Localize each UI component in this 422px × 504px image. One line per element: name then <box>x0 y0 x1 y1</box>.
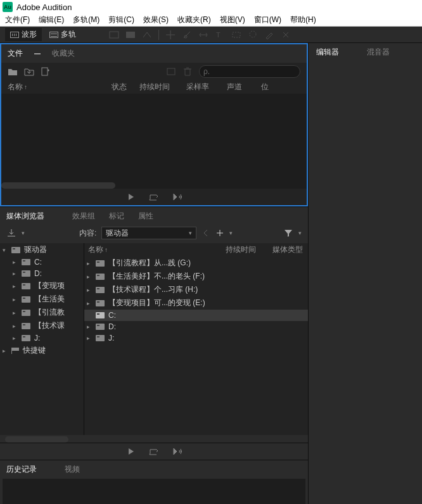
menu-effects[interactable]: 效果(S) <box>143 15 169 25</box>
open-folder-icon[interactable] <box>8 67 18 76</box>
tree-item[interactable]: ▸【技术课 <box>0 319 84 332</box>
list-item[interactable]: ▸【变现项目】可...的变现 (E:) <box>84 296 308 310</box>
tool-heal-icon[interactable] <box>281 30 291 40</box>
tree-item[interactable]: ▸快捷键 <box>0 344 84 357</box>
tree-item[interactable]: ▸【引流教 <box>0 306 84 319</box>
menu-file[interactable]: 文件(F) <box>5 15 30 25</box>
list-item[interactable]: ▸J: <box>84 332 308 344</box>
tab-files[interactable]: 文件 <box>8 48 23 59</box>
tool-lasso-icon[interactable] <box>248 30 258 40</box>
mb-list[interactable]: 名称 持续时间 媒体类型 ▸【引流教程】从...践 (G:)▸【生活美好】不..… <box>84 243 308 435</box>
mb-tree[interactable]: ▾驱动器▸C:▸D:▸【变现项▸【生活美▸【引流教▸【技术课▸J:▸快捷键 <box>0 243 84 435</box>
drive-icon <box>96 287 105 293</box>
list-item[interactable]: ▸【生活美好】不...的老头 (F:) <box>84 270 308 283</box>
autoplay-icon[interactable] <box>172 192 182 201</box>
tool-marquee-icon[interactable] <box>231 30 241 40</box>
tool-divider <box>158 30 159 40</box>
menu-view[interactable]: 视图(V) <box>220 15 245 25</box>
col-channel[interactable]: 声道 <box>227 82 259 92</box>
tool-brush-icon[interactable] <box>264 30 274 40</box>
loop-icon[interactable] <box>149 192 159 201</box>
insert-clip-icon[interactable] <box>166 67 176 76</box>
tab-effects-group[interactable]: 效果组 <box>72 211 95 222</box>
tab-history[interactable]: 历史记录 <box>6 464 37 475</box>
tab-media-browser[interactable]: 媒体浏览器 <box>6 211 44 222</box>
search-input[interactable]: ρ. <box>199 65 300 78</box>
menu-window[interactable]: 窗口(W) <box>254 15 281 25</box>
tab-favorites[interactable]: 收藏夹 <box>52 48 75 59</box>
tool-spectral-icon[interactable] <box>125 30 136 40</box>
tree-item[interactable]: ▾驱动器 <box>0 243 84 256</box>
flag-icon <box>11 348 19 354</box>
files-h-scrollbar[interactable] <box>1 182 115 189</box>
col-pos[interactable]: 位 <box>261 82 269 92</box>
svg-point-4 <box>250 31 256 37</box>
menu-multitrack[interactable]: 多轨(M) <box>73 15 99 25</box>
svg-rect-6 <box>167 68 175 75</box>
tree-item[interactable]: ▸【变现项 <box>0 279 84 293</box>
menu-edit[interactable]: 编辑(E) <box>39 15 64 25</box>
list-col-name[interactable]: 名称 <box>88 244 223 255</box>
list-item-label: D: <box>108 322 116 331</box>
tree-item[interactable]: ▸C: <box>0 256 84 268</box>
download-icon[interactable] <box>6 229 16 237</box>
files-column-headers: 名称 状态 持续时间 采样率 声道 位 <box>1 80 307 94</box>
app-icon: Au <box>3 2 13 12</box>
panel-menu-icon[interactable] <box>34 53 41 54</box>
menu-help[interactable]: 帮助(H) <box>290 15 316 25</box>
tab-markers[interactable]: 标记 <box>109 211 124 222</box>
back-icon[interactable] <box>201 229 210 237</box>
mode-strip: 波形 多轨 T <box>0 27 422 43</box>
history-panel: 历史记录 视频 <box>0 460 308 504</box>
drive-icon <box>22 310 30 316</box>
tree-item-label: D: <box>34 269 42 278</box>
mb-h-scrollbar[interactable] <box>5 436 68 443</box>
menu-favorites[interactable]: 收藏夹(R) <box>177 15 211 25</box>
col-name[interactable]: 名称 <box>8 82 109 92</box>
delete-icon[interactable] <box>182 67 193 76</box>
chevron-icon: ▸ <box>87 260 92 267</box>
tab-video[interactable]: 视频 <box>65 464 80 475</box>
tree-item[interactable]: ▸D: <box>0 268 84 279</box>
tool-pitch-icon[interactable] <box>142 30 152 40</box>
tab-mixer[interactable]: 混音器 <box>367 47 390 58</box>
tab-properties[interactable]: 属性 <box>138 211 153 222</box>
play-icon[interactable] <box>126 192 136 201</box>
loop-icon[interactable] <box>149 447 159 456</box>
mode-multitrack[interactable]: 多轨 <box>44 28 81 41</box>
add-icon[interactable] <box>215 229 224 237</box>
list-item[interactable]: ▸D: <box>84 321 308 332</box>
tree-item[interactable]: ▸【生活美 <box>0 293 84 306</box>
files-body[interactable] <box>1 94 307 189</box>
new-file-icon[interactable] <box>41 67 51 76</box>
list-col-duration[interactable]: 持续时间 <box>226 244 270 255</box>
play-icon[interactable] <box>126 447 136 456</box>
list-item[interactable]: ▸【引流教程】从...践 (G:) <box>84 256 308 270</box>
content-select[interactable]: 驱动器 ▾ <box>101 227 196 239</box>
tool-hud-icon[interactable] <box>109 30 119 40</box>
tool-move-icon[interactable] <box>165 30 176 40</box>
col-rate[interactable]: 采样率 <box>186 82 224 92</box>
col-status[interactable]: 状态 <box>112 82 137 92</box>
chevron-icon: ▾ <box>3 247 8 253</box>
tree-item-label: C: <box>34 258 42 267</box>
history-body[interactable] <box>3 479 305 504</box>
tool-slip-icon[interactable] <box>198 30 208 40</box>
tool-time-icon[interactable]: T <box>215 30 225 40</box>
list-item[interactable]: ▸【技术课程】个...习库 (H:) <box>84 283 308 296</box>
tab-editor[interactable]: 编辑器 <box>316 47 339 58</box>
list-col-type[interactable]: 媒体类型 <box>272 244 304 255</box>
chevron-icon: ▸ <box>87 300 92 306</box>
chevron-icon: ▸ <box>87 287 92 293</box>
filter-icon[interactable] <box>283 229 293 237</box>
list-item[interactable]: C: <box>84 310 308 321</box>
tool-razor-icon[interactable] <box>182 30 192 40</box>
col-duration[interactable]: 持续时间 <box>139 82 184 92</box>
svg-rect-5 <box>42 68 48 75</box>
menu-clip[interactable]: 剪辑(C) <box>108 15 134 25</box>
autoplay-icon[interactable] <box>172 447 182 456</box>
mode-waveform[interactable]: 波形 <box>5 28 42 41</box>
tree-item[interactable]: ▸J: <box>0 332 84 344</box>
chevron-icon: ▸ <box>3 348 8 354</box>
import-icon[interactable] <box>24 67 34 76</box>
